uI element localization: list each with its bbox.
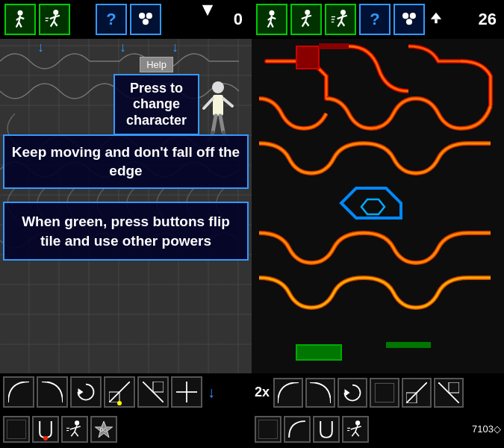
run-icon-right[interactable] [290,4,322,35]
svg-marker-17 [202,5,213,16]
tile-r2-blank1[interactable] [255,416,281,443]
bottom-tiles-left: ↓ [0,373,252,448]
svg-line-49 [270,22,273,28]
left-score: 0 [234,10,243,29]
svg-line-81 [355,425,358,432]
svg-rect-72 [252,39,504,373]
tile-r-rotate[interactable] [337,378,367,408]
tile-r2-runner[interactable] [342,416,369,443]
tile-r2-arc[interactable] [284,416,311,443]
svg-line-55 [305,22,308,26]
tutorial-area: Press to Play Help Press to change chara… [0,39,252,373]
svg-point-20 [212,81,224,93]
game-svg [252,39,504,373]
tile-arc-topright[interactable] [37,376,68,408]
group-icon-btn-left[interactable] [130,4,161,35]
svg-point-69 [406,19,412,25]
svg-rect-21 [213,95,223,116]
tile-u-shape[interactable] [32,416,59,443]
tile-blank2[interactable] [3,416,30,443]
svg-rect-35 [7,420,26,439]
tile-runner[interactable] [61,416,88,443]
svg-point-46 [270,10,275,16]
tile-r-arc1[interactable] [273,378,303,408]
tile-r2-u[interactable] [313,416,340,443]
bottom-right-row2: 7103◇ [252,411,504,448]
svg-point-67 [402,13,408,19]
svg-rect-74 [375,383,393,402]
tile-r-arc2[interactable] [305,378,335,408]
svg-point-15 [146,13,152,19]
svg-text:0◇: 0◇ [100,426,108,433]
tile-arc-topleft[interactable] [3,376,34,408]
svg-line-24 [213,116,216,132]
run-icon-btn[interactable] [39,4,70,35]
svg-point-36 [75,420,79,425]
svg-line-25 [220,116,223,132]
svg-point-80 [355,420,360,425]
left-panel: ? 0 ↓ ↓ ↓ [0,0,252,448]
svg-marker-28 [78,388,84,396]
question-icon-btn-left[interactable]: ? [96,4,127,35]
question-icon-right[interactable]: ? [359,4,391,35]
svg-point-0 [18,10,23,16]
svg-line-83 [355,432,359,436]
help-button[interactable]: Help [140,57,173,72]
svg-line-40 [70,428,76,429]
right-score-small: 7103◇ [472,423,501,435]
svg-line-8 [51,22,54,27]
svg-line-23 [223,99,232,106]
tile-row-1: ↓ [0,373,252,411]
sprint-icon-right[interactable] [325,4,356,35]
walk-icon-right[interactable] [256,4,287,35]
tile-indicator [117,401,122,405]
tile-diagonal2[interactable] [137,376,169,408]
tile-blank1[interactable] [171,376,202,408]
svg-line-82 [352,432,355,436]
game-3d-view [252,39,504,373]
top-bar-left: ? 0 [0,0,252,39]
tile-r-blank[interactable] [370,378,399,408]
svg-line-9 [54,22,57,26]
svg-line-54 [302,22,305,27]
svg-line-60 [338,22,341,27]
bottom-right-row1: 2x [252,373,504,411]
bottom-arrow: ↓ [208,384,215,401]
svg-line-7 [54,15,56,22]
group-icon-right[interactable] [393,4,425,35]
keep-moving-box: Keep moving and don't fall off the edge [3,134,249,189]
svg-line-59 [341,15,343,22]
svg-line-53 [305,15,308,22]
tile-indicator-red [43,436,48,441]
svg-line-39 [75,432,78,436]
tile-r-diag2[interactable] [434,378,464,408]
svg-point-58 [340,10,346,15]
svg-point-16 [143,19,149,25]
walk-icon-btn[interactable] [4,4,36,35]
press-to-change-box[interactable]: Press to change character [113,74,199,135]
green-press-box: When green, press buttons flip tile and … [3,202,249,261]
svg-rect-71 [435,19,438,23]
tile-diagonal1[interactable] [104,376,135,408]
right-score: 26 [479,10,497,29]
svg-point-52 [305,10,310,15]
tile-coin[interactable]: 0◇ [90,416,117,443]
bottom-tiles-right: 2x [252,373,504,448]
tile-row-2: 0◇ [0,411,252,448]
svg-line-38 [71,432,75,436]
svg-line-5 [20,17,24,19]
svg-marker-73 [345,389,350,396]
svg-rect-32 [153,382,164,392]
svg-line-84 [351,427,357,429]
svg-point-14 [139,13,145,19]
svg-point-6 [53,10,58,15]
tile-rotate[interactable] [70,376,102,408]
svg-line-3 [19,22,22,28]
tile-r-diag1[interactable] [402,378,432,408]
svg-line-61 [341,22,344,26]
right-panel: ? 26 [252,0,504,448]
top-bar-right: ? 26 [252,0,504,39]
svg-rect-78 [449,382,459,393]
multiplier-label: 2x [255,385,270,400]
svg-line-51 [272,17,276,19]
